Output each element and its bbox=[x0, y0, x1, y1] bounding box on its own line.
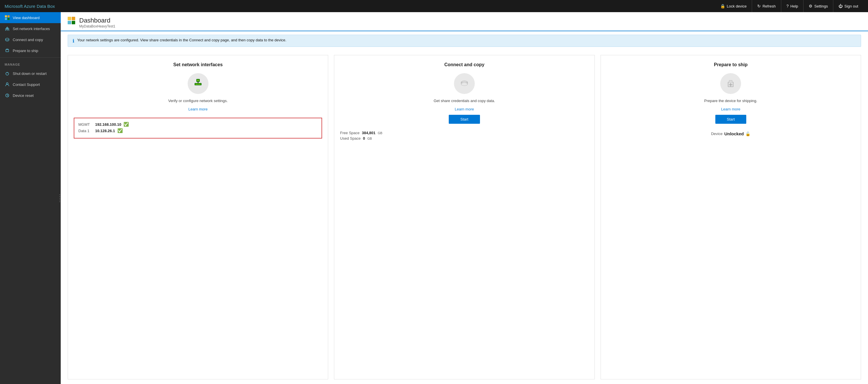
page-header-row: Dashboard bbox=[68, 17, 861, 24]
card-copy-icon-circle bbox=[454, 73, 475, 94]
reset-icon bbox=[5, 93, 10, 98]
ship-card-icon bbox=[725, 78, 737, 89]
top-navigation: Microsoft Azure Data Box 🔒 Lock device ↻… bbox=[0, 0, 868, 12]
sidebar-item-set-network[interactable]: Set network interfaces bbox=[0, 23, 61, 34]
free-space-unit: GB bbox=[378, 131, 382, 135]
card-network-title: Set network interfaces bbox=[173, 62, 223, 67]
settings-button[interactable]: ⚙ Settings bbox=[803, 0, 833, 12]
dashboard-icon bbox=[5, 15, 10, 20]
card-ship-learn-more[interactable]: Learn more bbox=[721, 107, 740, 111]
svg-rect-5 bbox=[6, 28, 8, 28]
card-network-learn-more[interactable]: Learn more bbox=[188, 107, 207, 111]
mgmt-ip: 192.168.100.10 bbox=[95, 122, 121, 127]
card-ship-icon-circle bbox=[720, 73, 741, 94]
content-area: Dashboard MyDataBoxHeavyTest1 ℹ Your net… bbox=[61, 12, 868, 384]
free-space-label: Free Space bbox=[340, 131, 360, 135]
info-banner: ℹ Your network settings are configured. … bbox=[68, 35, 861, 47]
data1-ip: 10.128.26.1 bbox=[95, 129, 115, 133]
network-icon bbox=[5, 26, 10, 31]
cards-container: Set network interfaces bbox=[61, 50, 868, 384]
svg-rect-19 bbox=[197, 80, 198, 81]
unlocked-icon: 🔓 bbox=[745, 132, 750, 136]
shutdown-icon bbox=[5, 71, 10, 76]
copy-icon bbox=[5, 37, 10, 42]
network-card-icon bbox=[192, 78, 204, 89]
ship-icon bbox=[5, 48, 10, 53]
settings-icon: ⚙ bbox=[809, 4, 812, 8]
free-space-row: Free Space 384,801 GB bbox=[340, 131, 588, 135]
main-layout: View dashboard Set network interfaces bbox=[0, 12, 868, 384]
sidebar-item-shut-down[interactable]: Shut down or restart bbox=[0, 68, 61, 79]
card-network-description: Verify or configure network settings. bbox=[168, 99, 228, 103]
card-copy-start-button[interactable]: Start bbox=[449, 115, 480, 124]
svg-rect-6 bbox=[7, 27, 7, 27]
device-status: Unlocked bbox=[724, 131, 744, 136]
svg-rect-4 bbox=[5, 29, 9, 30]
info-icon: ℹ bbox=[72, 38, 74, 44]
copy-card-icon bbox=[459, 78, 470, 89]
svg-rect-36 bbox=[730, 81, 732, 82]
sidebar-item-device-reset[interactable]: Device reset bbox=[0, 90, 61, 101]
svg-rect-8 bbox=[7, 30, 8, 31]
card-copy-details: Free Space 384,801 GB Used Space 0 GB bbox=[340, 131, 588, 142]
svg-point-15 bbox=[6, 83, 8, 85]
sign-out-button[interactable]: ⏻ Sign out bbox=[833, 0, 863, 12]
support-icon bbox=[5, 82, 10, 87]
used-space-label: Used Space bbox=[340, 136, 361, 140]
card-ship-description: Prepare the device for shipping. bbox=[704, 99, 757, 103]
data1-check-icon: ✅ bbox=[117, 128, 123, 133]
svg-rect-25 bbox=[198, 84, 199, 85]
signout-icon: ⏻ bbox=[838, 4, 842, 8]
refresh-button[interactable]: ↻ Refresh bbox=[752, 0, 781, 12]
used-space-row: Used Space 0 GB bbox=[340, 136, 588, 140]
banner-text: Your network settings are configured. Vi… bbox=[77, 38, 286, 42]
mgmt-label: MGMT bbox=[79, 122, 93, 127]
svg-point-32 bbox=[462, 83, 467, 86]
page-header: Dashboard MyDataBoxHeavyTest1 bbox=[61, 12, 868, 31]
card-connect-copy: Connect and copy Get share credentials a… bbox=[334, 55, 594, 379]
sidebar-item-contact-support[interactable]: Contact Support bbox=[0, 79, 61, 90]
page-subtitle: MyDataBoxHeavyTest1 bbox=[79, 24, 861, 28]
svg-point-10 bbox=[5, 38, 9, 40]
card-ship-start-button[interactable]: Start bbox=[715, 115, 746, 124]
device-status-row: Device Unlocked 🔓 bbox=[711, 131, 750, 136]
card-prepare-ship: Prepare to ship Prepare the device for s… bbox=[600, 55, 861, 379]
svg-rect-3 bbox=[7, 18, 9, 20]
svg-rect-7 bbox=[5, 30, 6, 31]
card-copy-description: Get share credentials and copy data. bbox=[434, 99, 495, 103]
used-space-value: 0 bbox=[363, 136, 365, 140]
help-button[interactable]: ? Help bbox=[781, 0, 804, 12]
page-title: Dashboard bbox=[79, 17, 111, 24]
svg-rect-26 bbox=[199, 84, 200, 85]
page-icon bbox=[68, 17, 75, 24]
top-nav-actions: 🔒 Lock device ↻ Refresh ? Help ⚙ Setting… bbox=[715, 0, 863, 12]
mgmt-check-icon: ✅ bbox=[123, 122, 129, 127]
card-copy-title: Connect and copy bbox=[444, 62, 485, 67]
lock-icon: 🔒 bbox=[720, 4, 725, 8]
network-data1-row: Data 1 10.128.26.1 ✅ bbox=[79, 128, 317, 133]
data1-label: Data 1 bbox=[79, 129, 93, 133]
app-title: Microsoft Azure Data Box bbox=[5, 4, 55, 9]
svg-rect-20 bbox=[198, 80, 199, 81]
network-mgmt-row: MGMT 192.168.100.10 ✅ bbox=[79, 122, 317, 127]
used-space-unit: GB bbox=[367, 137, 372, 140]
sidebar-resize-handle[interactable] bbox=[58, 192, 61, 204]
card-network-icon-circle bbox=[188, 73, 209, 94]
svg-rect-9 bbox=[8, 30, 9, 31]
card-set-network: Set network interfaces bbox=[68, 55, 328, 379]
network-info-box: MGMT 192.168.100.10 ✅ Data 1 10.128.26.1… bbox=[74, 118, 322, 138]
sidebar-divider bbox=[0, 57, 61, 58]
sidebar-item-prepare-ship[interactable]: Prepare to ship bbox=[0, 45, 61, 56]
svg-rect-2 bbox=[5, 18, 7, 20]
help-icon: ? bbox=[786, 4, 789, 8]
svg-rect-1 bbox=[7, 15, 9, 18]
refresh-icon: ↻ bbox=[757, 4, 761, 8]
svg-rect-27 bbox=[197, 82, 199, 83]
lock-device-button[interactable]: 🔒 Lock device bbox=[715, 0, 752, 12]
sidebar: View dashboard Set network interfaces bbox=[0, 12, 61, 384]
device-label: Device bbox=[711, 132, 722, 136]
sidebar-item-connect-copy[interactable]: Connect and copy bbox=[0, 34, 61, 45]
card-copy-learn-more[interactable]: Learn more bbox=[455, 107, 474, 111]
card-ship-title: Prepare to ship bbox=[714, 62, 747, 67]
sidebar-item-view-dashboard[interactable]: View dashboard bbox=[0, 12, 61, 23]
